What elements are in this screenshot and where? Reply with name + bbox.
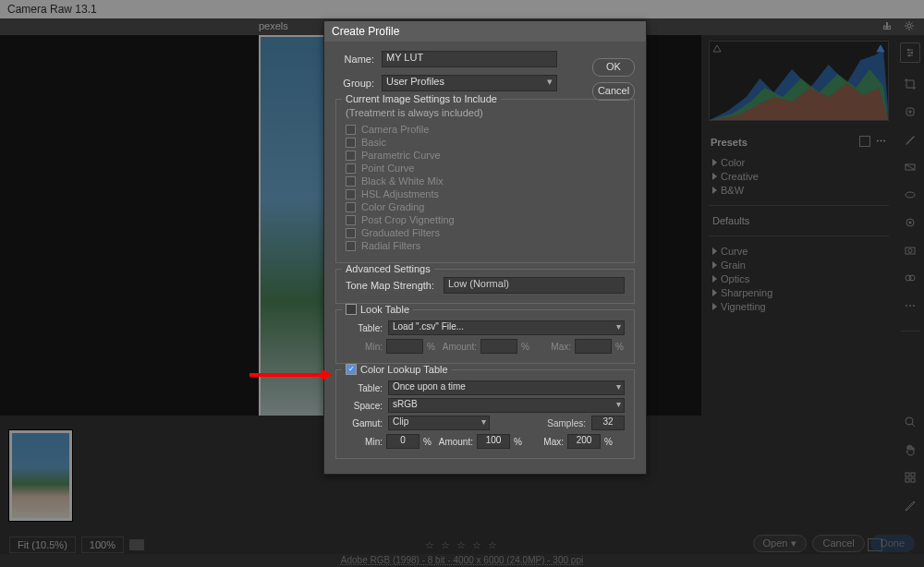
include-bw-mix[interactable]: Black & White Mix: [346, 175, 625, 187]
preset-group-sharpening[interactable]: Sharpening: [712, 287, 889, 298]
preset-label: Creative: [721, 171, 759, 182]
checkbox-icon: [346, 138, 356, 148]
look-table-checkbox[interactable]: [346, 304, 357, 315]
preset-group-creative[interactable]: Creative: [712, 171, 889, 182]
preset-group-curve[interactable]: Curve: [712, 246, 889, 257]
panel-menu-icon[interactable]: ⋯: [876, 136, 887, 148]
svg-point-0: [907, 24, 911, 28]
zoom-100[interactable]: 100%: [81, 537, 124, 553]
clt-table-select[interactable]: Once upon a time: [388, 380, 625, 395]
svg-point-15: [913, 305, 915, 307]
tone-map-select[interactable]: Low (Normal): [444, 277, 625, 294]
checkbox-icon: [346, 215, 356, 225]
preset-group-defaults[interactable]: Defaults: [709, 215, 889, 226]
preset-label: Optics: [721, 273, 749, 284]
svg-rect-20: [911, 478, 915, 482]
include-legend: Current Image Settings to Include: [342, 93, 501, 104]
include-vignetting[interactable]: Post Crop Vignetting: [346, 214, 625, 225]
preset-group-vignetting[interactable]: Vignetting: [712, 301, 889, 312]
panel-icon[interactable]: [859, 136, 870, 147]
grid-tool-icon[interactable]: [904, 471, 917, 484]
include-basic[interactable]: Basic: [346, 137, 625, 148]
gear-icon[interactable]: [904, 20, 915, 31]
preset-group-color[interactable]: Color: [712, 157, 889, 168]
svg-point-10: [908, 249, 912, 253]
look-max-label: Max:: [534, 342, 571, 352]
svg-point-12: [909, 275, 915, 281]
checkbox-label: Radial Filters: [361, 240, 420, 251]
done-button[interactable]: Done: [870, 535, 915, 552]
zoom-tool-icon[interactable]: [904, 416, 917, 428]
chevron-right-icon: [712, 247, 717, 255]
look-amount-input[interactable]: [480, 339, 517, 354]
crop-tool-icon[interactable]: [904, 78, 917, 90]
include-parametric-curve[interactable]: Parametric Curve: [346, 150, 625, 161]
chevron-right-icon: [712, 289, 717, 296]
shadow-clip-icon[interactable]: [712, 44, 722, 54]
preset-label: Sharpening: [721, 287, 772, 298]
snapshot-tool-icon[interactable]: [904, 244, 917, 257]
checkbox-label: Parametric Curve: [361, 150, 441, 161]
radial-tool-icon[interactable]: [904, 188, 917, 201]
open-label: Open: [763, 537, 788, 549]
group-select[interactable]: User Profiles: [382, 75, 557, 91]
gradient-tool-icon[interactable]: [904, 161, 917, 174]
chevron-down-icon: ▾: [791, 537, 796, 549]
clt-amount-input[interactable]: 100: [477, 434, 510, 449]
name-label: Name:: [335, 54, 374, 65]
presets-header[interactable]: Presets ⋯: [709, 132, 889, 151]
clt-min-input[interactable]: 0: [386, 434, 419, 449]
preset-group-optics[interactable]: Optics: [712, 273, 889, 284]
histogram[interactable]: [709, 41, 889, 121]
clt-space-select[interactable]: sRGB: [388, 398, 625, 413]
brush-tool-icon[interactable]: [904, 133, 917, 146]
checkbox-label: Point Curve: [361, 163, 414, 174]
metadata-line[interactable]: Adobe RGB (1998) - 8 bit - 4000 x 6000 (…: [0, 554, 924, 567]
include-camera-profile[interactable]: Camera Profile: [346, 124, 625, 135]
clt-gamut-select[interactable]: Clip: [388, 416, 490, 430]
svg-point-3: [908, 54, 910, 56]
clt-max-input[interactable]: 200: [567, 434, 601, 449]
edit-tool-icon[interactable]: [900, 42, 920, 63]
checkbox-label: Color Grading: [361, 201, 424, 212]
open-button[interactable]: Open▾: [753, 535, 808, 552]
more-tool-icon[interactable]: [904, 299, 917, 312]
include-graduated[interactable]: Graduated Filters: [346, 227, 625, 238]
svg-point-14: [909, 305, 911, 307]
tone-map-label: Tone Map Strength:: [346, 280, 438, 291]
include-color-grading[interactable]: Color Grading: [346, 201, 625, 212]
preset-group-bw[interactable]: B&W: [712, 185, 889, 196]
preset-label: Vignetting: [721, 301, 766, 312]
group-label: Group:: [335, 78, 374, 89]
look-min-input[interactable]: [386, 339, 423, 354]
include-point-curve[interactable]: Point Curve: [346, 163, 625, 174]
chevron-right-icon: [712, 303, 717, 310]
cancel-button[interactable]: Cancel: [812, 535, 864, 552]
export-icon[interactable]: [881, 20, 893, 31]
ok-button[interactable]: OK: [592, 58, 635, 77]
color-sample-icon[interactable]: [904, 499, 917, 512]
hand-tool-icon[interactable]: [904, 443, 917, 456]
pct-label: %: [514, 437, 523, 447]
include-radial[interactable]: Radial Filters: [346, 240, 625, 251]
heal-tool-icon[interactable]: [904, 105, 917, 118]
fit-zoom[interactable]: Fit (10.5%): [9, 537, 76, 553]
rating-stars[interactable]: ☆ ☆ ☆ ☆ ☆: [425, 539, 499, 551]
include-hsl[interactable]: HSL Adjustments: [346, 188, 625, 199]
look-max-input[interactable]: [575, 339, 612, 354]
envelope-icon[interactable]: [129, 539, 144, 550]
clt-samples-input[interactable]: 32: [591, 416, 625, 430]
thumbnail[interactable]: [9, 430, 72, 521]
preset-tool-icon[interactable]: [904, 271, 917, 284]
highlight-clip-icon[interactable]: [876, 44, 885, 54]
look-table-label: Table:: [346, 323, 383, 333]
presets-title: Presets: [711, 137, 748, 148]
color-lookup-checkbox[interactable]: [346, 364, 357, 375]
redeye-tool-icon[interactable]: [904, 216, 917, 229]
preset-group-grain[interactable]: Grain: [712, 259, 889, 271]
look-table-select[interactable]: Load ".csv" File...: [388, 320, 625, 335]
create-profile-dialog: Create Profile OK Cancel Name: MY LUT Gr…: [323, 20, 647, 475]
cancel-dialog-button[interactable]: Cancel: [592, 82, 635, 101]
name-input[interactable]: MY LUT: [382, 51, 557, 67]
color-lookup-fieldset: Color Lookup Table Table: Once upon a ti…: [335, 369, 635, 459]
